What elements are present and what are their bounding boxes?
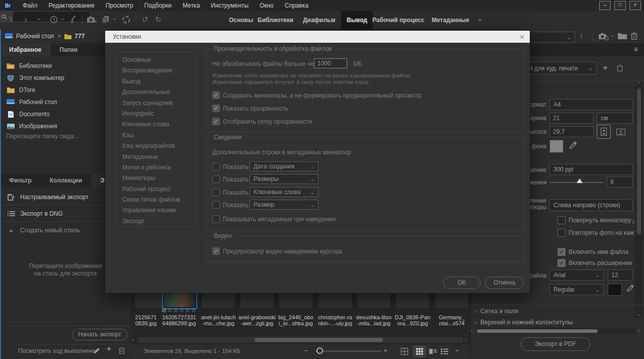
view-progress-label[interactable]: Посмотреть ход выполнени xyxy=(18,347,96,354)
start-export-button[interactable]: Начать экспорт xyxy=(72,329,127,340)
camera-import-icon[interactable] xyxy=(87,16,97,24)
line4-dropdown[interactable]: Размер xyxy=(250,200,318,210)
nav-metadata[interactable]: Метаданные xyxy=(116,152,196,162)
minimize-button[interactable]: – xyxy=(599,1,611,10)
tab-libraries[interactable]: Библиотеки xyxy=(258,11,293,29)
hscroll-right-arrow[interactable]: › xyxy=(465,336,467,342)
nav-output[interactable]: Вывод xyxy=(116,76,196,87)
tab-filmstrip[interactable]: Диафильм xyxy=(303,11,335,29)
thumbnail-size-slider[interactable] xyxy=(315,350,381,352)
background-color-swatch[interactable] xyxy=(549,140,564,153)
file-name[interactable]: christopher-rankin-...-uly.jpg xyxy=(315,314,355,326)
nav-cache-management[interactable]: Управление кэшем xyxy=(116,205,196,216)
nav-media-cache[interactable]: Кэш медиафайлов xyxy=(116,141,196,151)
generate-thumbnails-checkbox[interactable]: ✓ xyxy=(212,92,220,99)
tab-metadata[interactable]: Метаданные xyxy=(432,11,469,29)
unit-dropdown[interactable]: см xyxy=(597,113,633,124)
menu-label[interactable]: Метка xyxy=(183,2,200,9)
nav-startup-scripts[interactable]: Запуск сценариев xyxy=(116,98,196,109)
file-name[interactable]: devushka-litso-mila...lad.jpg xyxy=(354,314,393,326)
font-size-input[interactable] xyxy=(608,270,633,281)
file-size-limit-input[interactable] xyxy=(314,58,347,68)
export-dng-item[interactable]: Экспорт в DNG xyxy=(0,206,105,222)
orientation-landscape-button[interactable] xyxy=(615,127,627,136)
nav-file-type-associations[interactable]: Связи типов файлов xyxy=(116,195,196,205)
trash-icon[interactable] xyxy=(119,347,125,354)
camera-recent-icon[interactable] xyxy=(599,33,609,41)
right-hscroll-left-arrow[interactable]: ‹ xyxy=(471,328,472,333)
new-folder-icon[interactable] xyxy=(618,33,627,39)
add-template-icon[interactable]: + xyxy=(603,63,608,73)
repeat-photo-checkbox[interactable]: ✓ xyxy=(557,229,566,237)
file-name[interactable]: Germany_ntai...x574 xyxy=(432,314,471,326)
hscroll-thumb[interactable] xyxy=(255,338,383,342)
line3-dropdown[interactable]: Ключевые слова xyxy=(250,187,318,197)
font-style-dropdown[interactable]: Regular xyxy=(549,284,604,295)
nav-export[interactable]: Экспорт xyxy=(116,216,196,227)
nav-general[interactable]: Основные xyxy=(116,55,196,65)
custom-export-item[interactable]: Настраиваемый экспорт xyxy=(0,189,105,205)
menu-file[interactable]: Файл xyxy=(23,2,38,9)
vscroll-up-icon[interactable]: ⌃ xyxy=(637,81,641,86)
section-header-footer[interactable]: › Верхний и нижний колонтитулы xyxy=(470,317,644,328)
forward-icon[interactable]: › xyxy=(24,11,27,28)
file-name[interactable]: ariel-grabowski-wer...zgli.jpg xyxy=(237,314,277,326)
include-filename-checkbox[interactable]: ✓ xyxy=(557,248,566,256)
nav-advanced[interactable]: Дополнительные xyxy=(116,87,196,98)
line2-dropdown[interactable]: Размеры xyxy=(250,174,318,184)
rotate-thumbnail-checkbox[interactable]: ✓ xyxy=(557,216,566,224)
show-transparency-checkbox[interactable]: ✓ xyxy=(212,105,220,112)
font-color-swatch[interactable] xyxy=(608,284,622,296)
file-name[interactable]: DJI_0836-Panora...920.jpg xyxy=(393,314,432,326)
file-name-selected[interactable]: 1620572733164886299.jpg xyxy=(160,314,198,326)
file-name[interactable]: 21256710839.jpg xyxy=(127,314,165,326)
zoom-out-icon[interactable]: − xyxy=(304,346,308,354)
maximize-button[interactable]: □ xyxy=(614,1,626,10)
breadcrumb-root[interactable]: Рабочий стол xyxy=(16,33,54,40)
nav-interface[interactable]: Интерфейс xyxy=(116,109,196,119)
section-grid-margins[interactable]: › Сетка и поля xyxy=(470,306,644,317)
edit-pencil-icon[interactable] xyxy=(94,347,100,354)
menu-window[interactable]: Окно xyxy=(260,2,274,9)
format-dropdown[interactable]: A4 xyxy=(549,99,633,110)
rating-row[interactable]: ⊘☆☆☆☆☆ xyxy=(161,307,197,314)
menu-stacks[interactable]: Подборки xyxy=(144,2,172,9)
height-input[interactable] xyxy=(549,126,594,137)
font-eyedropper-icon[interactable] xyxy=(627,285,634,292)
nav-labels-ratings[interactable]: Метки и рейтинги xyxy=(116,162,196,173)
nav-workflow[interactable]: Рабочий процесс xyxy=(116,184,196,195)
width-input[interactable] xyxy=(549,113,594,124)
details-view-icon[interactable] xyxy=(427,346,438,356)
dialog-titlebar[interactable]: Установки ✕ xyxy=(105,31,530,43)
quality-input[interactable] xyxy=(607,176,633,188)
camera-chevron-icon[interactable] xyxy=(610,32,614,38)
panel-menu-icon[interactable]: ≡ xyxy=(634,45,638,53)
vscroll-thumb[interactable] xyxy=(637,88,641,234)
back-icon[interactable]: ‹ xyxy=(10,11,13,28)
zoom-in-icon[interactable]: + xyxy=(383,346,387,354)
thumbnail-view-icon[interactable] xyxy=(414,346,426,357)
right-hscroll-right-arrow[interactable]: › xyxy=(638,328,639,333)
tab-folders[interactable]: Папки xyxy=(50,43,87,56)
menu-help[interactable]: Справка xyxy=(285,2,308,9)
tab-collections[interactable]: Коллекции xyxy=(41,174,91,187)
file-name[interactable]: big_2445_oboi_kr...shka.jpg xyxy=(276,314,315,326)
close-button[interactable]: × xyxy=(629,1,641,10)
favorites-item-pictures[interactable]: Изображения xyxy=(0,120,105,132)
menu-view[interactable]: Просмотр xyxy=(106,2,133,9)
export-pdf-button[interactable]: Экспорт в PDF xyxy=(521,337,590,351)
nav-cache[interactable]: Кэш xyxy=(116,130,196,141)
history-icon[interactable] xyxy=(49,15,58,24)
ok-button[interactable]: OK xyxy=(443,277,480,289)
slider-knob[interactable] xyxy=(316,347,323,354)
font-family-dropdown[interactable]: Arial xyxy=(549,270,604,281)
show-line4-checkbox[interactable]: ✓ xyxy=(212,201,220,209)
cancel-button[interactable]: Отмена xyxy=(485,277,524,289)
favorites-item-dtore[interactable]: DTore xyxy=(0,84,105,96)
direction-dropdown[interactable]: Слева направо (строки) xyxy=(549,199,633,211)
quality-slider-knob[interactable] xyxy=(577,178,583,183)
favorites-item-desktop[interactable]: Рабочий стол xyxy=(0,96,105,108)
breadcrumb-current[interactable]: 777 xyxy=(74,33,85,40)
show-tooltip-metadata-checkbox[interactable]: ✓ xyxy=(212,215,220,223)
resolution-field[interactable]: 300 ppi xyxy=(549,164,633,175)
